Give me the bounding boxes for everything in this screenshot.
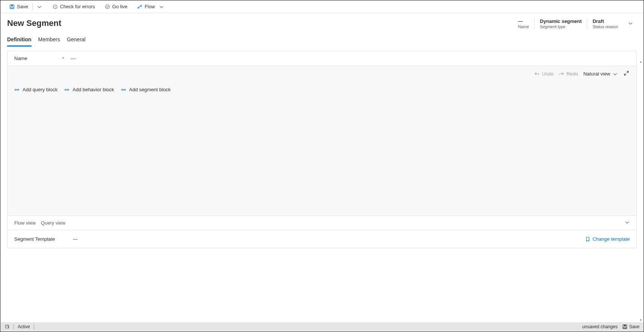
status-bar: Active unsaved changes Save xyxy=(1,322,643,331)
svg-point-8 xyxy=(140,5,142,6)
template-value[interactable]: --- xyxy=(73,236,78,242)
add-segment-block-button[interactable]: Add segment block xyxy=(121,87,171,92)
popout-icon[interactable] xyxy=(5,324,10,329)
svg-rect-1 xyxy=(11,5,13,6)
template-left: Segment Template --- xyxy=(14,236,78,242)
views-links: Flow view Query view xyxy=(14,220,65,226)
scrollbar[interactable]: ▴ ▾ xyxy=(638,59,643,323)
command-bar: Save Check for errors Go live Flow xyxy=(0,0,644,13)
add-block-buttons: Add query block Add behavior block Add s… xyxy=(8,80,636,99)
change-template-label: Change template xyxy=(593,236,630,242)
header-field-value: Dynamic segment xyxy=(540,18,582,24)
header-field-segment-type[interactable]: Dynamic segment Segment type xyxy=(534,18,587,29)
scroll-up-icon[interactable]: ▴ xyxy=(638,59,643,64)
header-field-label: Segment type xyxy=(540,24,582,29)
svg-point-9 xyxy=(15,89,17,91)
svg-point-7 xyxy=(138,7,139,8)
header-expand-button[interactable] xyxy=(623,21,636,27)
name-field-label: Name xyxy=(14,56,63,61)
go-live-label: Go live xyxy=(112,4,127,9)
header-field-name[interactable]: --- Name xyxy=(513,18,534,29)
flow-add-icon xyxy=(64,87,69,92)
svg-rect-2 xyxy=(11,7,13,8)
main-content: Name * --- Undo Redo Natural view xyxy=(0,47,644,248)
status-bar-right: unsaved changes Save xyxy=(582,324,639,329)
flow-add-icon xyxy=(121,87,126,92)
chevron-down-icon xyxy=(612,71,618,77)
view-mode-dropdown[interactable]: Natural view xyxy=(583,71,618,77)
svg-point-14 xyxy=(124,89,126,91)
tab-members[interactable]: Members xyxy=(38,36,60,47)
query-view-link[interactable]: Query view xyxy=(41,220,65,226)
flow-view-link[interactable]: Flow view xyxy=(14,220,36,226)
fullscreen-button[interactable] xyxy=(623,70,630,78)
save-icon xyxy=(622,324,627,329)
tab-definition[interactable]: Definition xyxy=(7,36,32,47)
svg-point-6 xyxy=(106,5,110,9)
add-behavior-block-button[interactable]: Add behavior block xyxy=(64,87,114,92)
header-field-value: --- xyxy=(518,18,529,24)
add-behavior-block-label: Add behavior block xyxy=(72,87,114,92)
add-segment-block-label: Add segment block xyxy=(129,87,171,92)
header-field-value: Draft xyxy=(593,18,618,24)
header-fields: --- Name Dynamic segment Segment type Dr… xyxy=(513,18,636,29)
header-field-status-reason[interactable]: Draft Status reason xyxy=(587,18,623,29)
chevron-down-icon xyxy=(37,4,42,9)
svg-point-12 xyxy=(68,89,69,91)
flow-add-icon xyxy=(14,87,20,92)
chevron-down-icon xyxy=(159,4,164,9)
chevron-down-icon xyxy=(624,220,630,225)
header-field-label: Status reason xyxy=(593,24,618,29)
redo-icon xyxy=(559,71,564,77)
header-field-label: Name xyxy=(518,24,529,29)
save-icon xyxy=(9,4,15,9)
undo-button[interactable]: Undo xyxy=(534,71,554,77)
name-field-value[interactable]: --- xyxy=(71,56,75,61)
expand-icon xyxy=(624,71,629,76)
svg-point-5 xyxy=(55,8,55,8)
svg-rect-17 xyxy=(624,325,626,326)
flow-icon xyxy=(137,4,142,9)
check-errors-button[interactable]: Check for errors xyxy=(50,2,98,11)
views-collapse-button[interactable] xyxy=(624,220,630,226)
svg-point-10 xyxy=(18,89,19,91)
toolbar-separator xyxy=(33,3,33,10)
redo-button[interactable]: Redo xyxy=(559,71,578,77)
save-options-button[interactable] xyxy=(35,3,44,11)
redo-label: Redo xyxy=(566,71,578,77)
undo-label: Undo xyxy=(542,71,554,77)
template-label: Segment Template xyxy=(14,236,55,242)
template-icon xyxy=(585,237,590,242)
statusbar-save-button[interactable]: Save xyxy=(622,324,639,329)
unsaved-changes-text: unsaved changes xyxy=(582,324,618,329)
go-live-icon xyxy=(105,4,110,9)
svg-rect-18 xyxy=(624,327,626,329)
scroll-down-icon[interactable]: ▾ xyxy=(638,317,643,323)
flow-label: Flow xyxy=(145,4,155,9)
flow-button[interactable]: Flow xyxy=(134,2,167,11)
view-mode-label: Natural view xyxy=(583,71,610,77)
svg-point-13 xyxy=(122,89,123,91)
add-query-block-label: Add query block xyxy=(23,87,57,92)
save-label: Save xyxy=(17,4,28,9)
status-bar-left: Active xyxy=(5,324,34,329)
undo-icon xyxy=(534,71,540,77)
add-query-block-button[interactable]: Add query block xyxy=(14,87,57,92)
statusbar-save-label: Save xyxy=(629,324,639,329)
views-row: Flow view Query view xyxy=(7,216,637,230)
template-row: Segment Template --- Change template xyxy=(7,230,637,248)
required-indicator: * xyxy=(62,56,64,61)
name-field-row: Name * --- xyxy=(7,51,637,66)
page-title: New Segment xyxy=(7,18,61,28)
go-live-button[interactable]: Go live xyxy=(102,2,130,11)
error-info-icon xyxy=(53,4,58,9)
tab-general[interactable]: General xyxy=(67,36,86,47)
statusbar-separator xyxy=(34,324,34,329)
change-template-button[interactable]: Change template xyxy=(585,236,630,242)
save-button[interactable]: Save xyxy=(6,2,31,11)
statusbar-separator xyxy=(14,324,14,329)
record-header: New Segment --- Name Dynamic segment Seg… xyxy=(0,13,644,29)
designer-toolbar: Undo Redo Natural view xyxy=(8,66,636,80)
svg-rect-15 xyxy=(6,325,9,328)
svg-point-11 xyxy=(65,89,66,91)
